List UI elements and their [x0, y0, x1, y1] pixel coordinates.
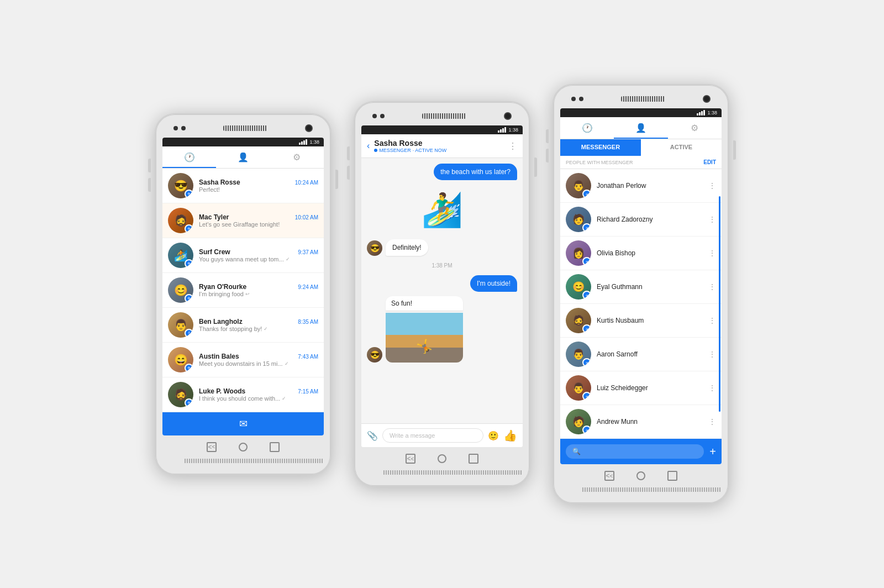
people-item[interactable]: 🧑 ✈ Richard Zadorozny ⋮ [560, 203, 722, 237]
message-right-wrap: the beach with us later? [367, 164, 517, 180]
sender-name: Surf Crew [199, 248, 230, 256]
message-header: Ben Langholz 8:35 AM [199, 318, 318, 326]
fb-badge: f [185, 329, 193, 338]
attach-icon[interactable]: 📎 [367, 431, 378, 441]
people-item[interactable]: 👨 ✈ Jonathan Perlow ⋮ [560, 169, 722, 203]
more-dots-icon[interactable]: ⋮ [708, 282, 716, 291]
tab-active[interactable]: ACTIVE [641, 139, 722, 156]
tab-messenger[interactable]: MESSENGER [560, 139, 641, 156]
list-item[interactable]: 🏄 ✈ Surf Crew 9:37 AM You guys wanna mee… [162, 238, 324, 273]
message-list: 😎 ✈ Sasha Rosse 10:24 AM Perfect! 🧔 ✈ [162, 169, 324, 412]
more-dots-icon[interactable]: ⋮ [708, 181, 716, 190]
home-button[interactable] [636, 471, 645, 480]
settings-icon: ⚙ [293, 152, 301, 162]
people-section-header: PEOPLE WITH MESSENGER EDIT [560, 156, 722, 169]
message-preview: You guys wanna meet up tom... ✓ [199, 256, 318, 262]
list-item[interactable]: 😄 ✈ Austin Bales 7:43 AM Meet you downst… [162, 343, 324, 377]
back-button[interactable]: < [406, 454, 415, 464]
messenger-badge: ✈ [582, 190, 591, 198]
tab-settings-3[interactable]: ⚙ [668, 117, 722, 139]
bottom-speaker-2 [372, 470, 512, 475]
active-label: · ACTIVE NOW [413, 148, 447, 153]
recent-apps-button[interactable] [667, 471, 677, 481]
tab-recent[interactable]: 🕐 [162, 146, 216, 168]
search-area[interactable]: 🔍 [566, 444, 704, 459]
camera-dot-2 [380, 114, 385, 118]
front-camera-area [571, 97, 583, 101]
messenger-badge: ✈ [582, 291, 591, 300]
sender-name: Luke P. Woods [199, 387, 245, 395]
back-button[interactable]: < [207, 442, 217, 452]
edit-button[interactable]: EDIT [703, 159, 716, 165]
like-icon[interactable]: 👍 [503, 429, 517, 442]
messenger-badge: ✈ [582, 358, 591, 367]
section-title: PEOPLE WITH MESSENGER [566, 160, 633, 165]
list-item[interactable]: 😎 ✈ Sasha Rosse 10:24 AM Perfect! [162, 169, 324, 203]
phone-3: 1:38 🕐 👤 ⚙ MESSENGER ACTIVE PEOPLE [552, 84, 729, 504]
list-item[interactable]: 🧔 ✈ Luke P. Woods 7:15 AM I think you sh… [162, 377, 324, 412]
people-item[interactable]: 👨 ✈ Luiz Scheidegger ⋮ [560, 371, 722, 405]
people-subtabs: MESSENGER ACTIVE [560, 139, 722, 156]
recent-apps-button[interactable] [270, 442, 280, 452]
phone-top [162, 124, 324, 138]
people-item[interactable]: 🧑 ✈ Andrew Munn ⋮ [560, 405, 722, 439]
phone-top [560, 95, 722, 108]
phone2-screen: 1:38 ‹ Sasha Rosse MESSENGER · ACTIVE NO… [361, 125, 523, 447]
messenger-badge: ✈ [582, 426, 591, 434]
list-item[interactable]: 😊 ✈ Ryan O'Rourke 9:24 AM I'm bringing f… [162, 273, 324, 308]
home-button[interactable] [438, 454, 446, 463]
messenger-tab-label: MESSENGER [581, 144, 620, 150]
tab-recent-3[interactable]: 🕐 [560, 117, 614, 139]
volume-button-2 [148, 178, 151, 192]
avatar: 👩 ✈ [566, 240, 591, 266]
avatar: 🧑 ✈ [566, 207, 591, 232]
power-button [733, 140, 736, 160]
front-camera-area [173, 126, 186, 130]
avatar: 😊 ✈ [566, 274, 591, 300]
people-item[interactable]: 😊 ✈ Eyal Guthmann ⋮ [560, 270, 722, 304]
people-item[interactable]: 👨 ✈ Aaron Sarnoff ⋮ [560, 338, 722, 371]
more-options-icon[interactable]: ⋮ [508, 141, 517, 151]
recent-apps-button[interactable] [469, 454, 478, 464]
more-dots-icon[interactable]: ⋮ [708, 215, 716, 224]
person-name: Kurtis Nusbaum [597, 317, 703, 324]
earpiece-speaker [223, 125, 267, 131]
list-item[interactable]: 👨 f Ben Langholz 8:35 AM Thanks for stop… [162, 308, 324, 343]
avatar-small: 😎 [367, 240, 382, 256]
phone-2: 1:38 ‹ Sasha Rosse MESSENGER · ACTIVE NO… [354, 101, 530, 487]
message-input[interactable]: Write a message [382, 428, 483, 443]
more-dots-icon[interactable]: ⋮ [708, 384, 716, 392]
more-dots-icon[interactable]: ⋮ [708, 417, 716, 426]
status-bar-1: 1:38 [162, 138, 324, 146]
back-button[interactable]: < [604, 471, 614, 481]
earpiece-speaker [621, 96, 665, 102]
front-camera [504, 112, 512, 120]
search-icon: 🔍 [572, 448, 581, 455]
message-preview: I think you should come with... ✓ [199, 395, 318, 402]
earpiece-speaker [422, 113, 466, 119]
signal-icon [697, 110, 705, 116]
more-dots-icon[interactable]: ⋮ [708, 249, 716, 258]
people-item[interactable]: 🧔 ✈ Kurtis Nusbaum ⋮ [560, 304, 722, 338]
tab-settings[interactable]: ⚙ [270, 146, 324, 168]
add-button[interactable]: + [709, 444, 716, 459]
clock-icon: 🕐 [582, 123, 593, 133]
message-content: Mac Tyler 10:02 AM Let's go see Giraffag… [199, 213, 318, 228]
emoji-icon[interactable]: 🙂 [488, 431, 499, 441]
back-arrow-icon[interactable]: ‹ [367, 141, 370, 151]
people-icon: 👤 [238, 152, 249, 162]
bottom-speaker-1 [173, 459, 313, 463]
more-dots-icon[interactable]: ⋮ [708, 316, 716, 325]
compose-bar[interactable]: ✉ [162, 412, 324, 435]
avatar: 😄 ✈ [168, 347, 193, 372]
tab-people-3[interactable]: 👤 [614, 117, 667, 139]
tab-people[interactable]: 👤 [216, 146, 270, 168]
camera-dot-1 [173, 126, 178, 130]
people-item[interactable]: 👩 ✈ Olivia Bishop ⋮ [560, 237, 722, 270]
person-name: Jonathan Perlow [597, 182, 703, 190]
more-dots-icon[interactable]: ⋮ [708, 350, 716, 359]
message-time: 9:24 AM [298, 284, 318, 290]
phone1-nav: < [162, 435, 324, 456]
home-button[interactable] [239, 443, 248, 452]
list-item[interactable]: 🧔 ✈ Mac Tyler 10:02 AM Let's go see Gira… [162, 203, 324, 238]
